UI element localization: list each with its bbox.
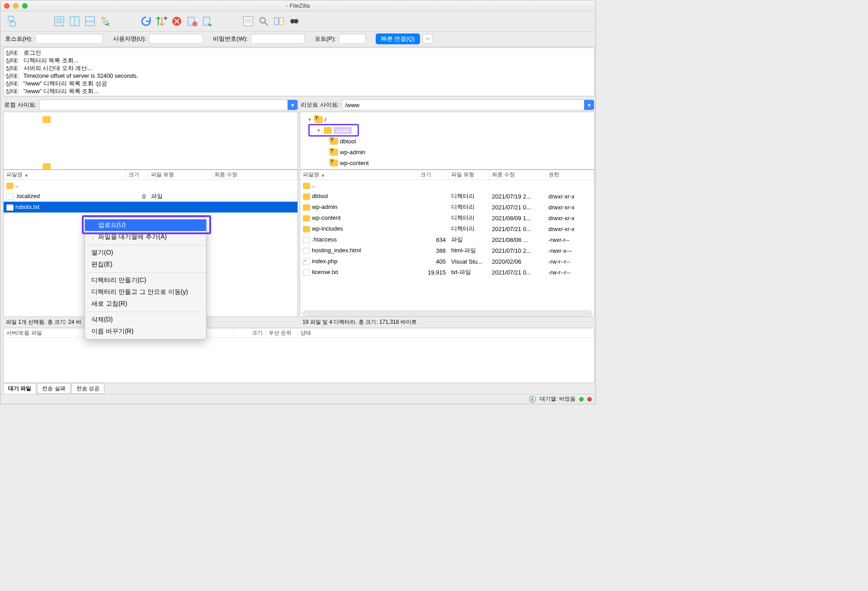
file-row[interactable]: .localized0파일: [4, 191, 297, 202]
quick-connect-button[interactable]: 빠른 연결(Q): [376, 33, 420, 44]
search-files-button[interactable]: [287, 14, 302, 28]
separator: [85, 272, 206, 273]
ctx-mkdir[interactable]: 디렉터리 만들기(C): [85, 274, 206, 286]
svg-rect-28: [279, 18, 283, 25]
close-window-button[interactable]: [4, 3, 9, 9]
tab-success[interactable]: 전송 성공: [71, 383, 104, 394]
toggle-log-button[interactable]: [52, 14, 66, 28]
refresh-button[interactable]: [139, 14, 153, 28]
file-row[interactable]: ..: [300, 180, 594, 191]
file-row[interactable]: license.txt19,915txt-파일2021/07/21 0...-r…: [300, 267, 594, 278]
file-row[interactable]: dbtool디렉터리2021/07/19 2...drwxr-xr-x: [300, 191, 594, 202]
upload-arrow-icon: ↑: [91, 222, 94, 229]
tree-node[interactable]: wp-content: [303, 157, 591, 168]
toggle-queue-button[interactable]: [98, 14, 113, 28]
local-site-combo[interactable]: ▾: [39, 99, 298, 110]
chevron-down-icon[interactable]: ▾: [288, 100, 297, 110]
host-label: 호스트(H):: [5, 35, 33, 43]
remote-site-label: 리모트 사이트:: [300, 101, 340, 109]
filter-button[interactable]: [241, 14, 255, 28]
scrollbar[interactable]: [302, 310, 592, 317]
tree-root[interactable]: /: [325, 116, 326, 123]
tab-queue[interactable]: 대기 파일: [3, 383, 36, 394]
site-manager-button[interactable]: [4, 12, 26, 30]
tree-node[interactable]: wp-admin: [303, 147, 591, 157]
host-input[interactable]: [35, 34, 103, 44]
tree-node[interactable]: dbtool: [303, 136, 591, 147]
reconnect-button[interactable]: [200, 14, 215, 28]
col-perm[interactable]: 권한: [546, 170, 594, 180]
queue-col-prio[interactable]: 우선 순위: [266, 328, 297, 337]
sort-asc-icon: ▲: [24, 173, 28, 177]
search-button[interactable]: [256, 14, 271, 28]
remote-filelist[interactable]: 파일명▲ 크기 파일 유형 최종 수정 권한 ..dbtool디렉터리2021/…: [300, 170, 594, 317]
local-tree[interactable]: [3, 112, 298, 170]
toggle-remote-tree-button[interactable]: [83, 14, 97, 28]
col-size[interactable]: 크기: [126, 170, 148, 180]
log-line: 상태: 디렉터리 목록 조회...: [5, 57, 592, 64]
user-input[interactable]: [149, 34, 203, 44]
svg-rect-27: [274, 18, 278, 25]
remote-site-input[interactable]: [342, 102, 584, 109]
col-mod[interactable]: 최종 수정: [212, 170, 297, 180]
file-row[interactable]: wp-admin디렉터리2021/07/21 0...drwxr-xr-x: [300, 202, 594, 213]
activity-led-2: [587, 397, 592, 402]
minimize-window-button[interactable]: [13, 3, 19, 9]
tab-failed[interactable]: 전송 실패: [37, 383, 70, 394]
cancel-button[interactable]: [170, 14, 184, 28]
svg-rect-2: [55, 17, 64, 26]
pass-input[interactable]: [250, 34, 305, 44]
folder-icon: [42, 163, 51, 170]
remote-site-combo[interactable]: ▾: [342, 99, 594, 110]
queue-col-size[interactable]: 크기: [234, 328, 266, 337]
tree-twisty[interactable]: ▼: [307, 117, 313, 122]
ctx-upload[interactable]: ↑업로드(U): [85, 219, 206, 231]
col-name[interactable]: 파일명▲: [300, 170, 418, 180]
file-row[interactable]: .htaccess834파일2021/08/08 ...-rwxr-r--: [300, 234, 594, 245]
col-size[interactable]: 크기: [418, 170, 448, 180]
col-name[interactable]: 파일명▲: [4, 170, 126, 180]
toggle-local-tree-button[interactable]: [67, 14, 82, 28]
remote-tree[interactable]: ▼/ ▼www dbtoolwp-adminwp-content: [300, 112, 594, 170]
ctx-open[interactable]: 열기(O): [85, 247, 206, 259]
ctx-add-queue[interactable]: ↑파일을 대기열에 추가(A): [85, 231, 206, 243]
compare-button[interactable]: [272, 14, 286, 28]
log-line: 상태: Timezone offset of server is 32400 s…: [5, 72, 592, 80]
maximize-window-button[interactable]: [22, 3, 28, 9]
tree-twisty[interactable]: ▼: [316, 128, 322, 133]
col-type[interactable]: 파일 유형: [148, 170, 212, 180]
ctx-rename[interactable]: 이름 바꾸기(R): [85, 326, 206, 337]
file-icon: [6, 194, 14, 200]
log-panel[interactable]: 상태: 로그인상태: 디렉터리 목록 조회...상태: 서버의 시간대 오차 계…: [3, 47, 594, 96]
file-row[interactable]: ..: [4, 180, 297, 191]
col-type[interactable]: 파일 유형: [448, 170, 489, 180]
ctx-refresh[interactable]: 새로 고침(R): [85, 298, 206, 310]
folder-icon: [303, 215, 310, 222]
tree-www[interactable]: www: [334, 127, 352, 134]
folder-icon: [42, 116, 51, 123]
update-icon[interactable]: A: [529, 396, 536, 403]
queue-col-status[interactable]: 상태: [297, 328, 594, 337]
ctx-edit[interactable]: 편집(E): [85, 259, 206, 270]
transfer-tabs: 대기 파일 전송 실패 전송 성공: [0, 383, 595, 394]
queue-body[interactable]: [3, 338, 594, 383]
file-row[interactable]: hosting_index.html388html-파일2021/07/10 2…: [300, 245, 594, 256]
file-row[interactable]: wp-content디렉터리2021/08/09 1...drwxr-xr-x: [300, 213, 594, 223]
file-row[interactable]: wp-includes디렉터리2021/07/21 0...drwxr-xr-x: [300, 223, 594, 234]
file-row[interactable]: index.php405Visual Stu...2020/02/06-rw-r…: [300, 256, 594, 267]
disconnect-button[interactable]: [185, 14, 199, 28]
folder-icon: [315, 116, 323, 123]
port-input[interactable]: [339, 34, 366, 44]
toolbar: ✱: [0, 11, 595, 31]
status-bar: A 대기열: 비었음: [0, 394, 595, 404]
chevron-down-icon[interactable]: ▾: [584, 100, 594, 110]
quick-connect-dropdown[interactable]: [423, 34, 433, 44]
log-line: 상태: "/www" 디렉터리 목록 조회 성공: [5, 95, 592, 96]
ctx-mkdir-enter[interactable]: 디렉터리 만들고 그 안으로 이동(y): [85, 286, 206, 298]
col-mod[interactable]: 최종 수정: [489, 170, 546, 180]
folder-icon: [330, 149, 338, 156]
local-site-input[interactable]: [40, 102, 288, 109]
process-queue-button[interactable]: ✱: [154, 14, 169, 28]
file-row[interactable]: robots.txt: [4, 202, 297, 213]
ctx-delete[interactable]: 삭제(D): [85, 314, 206, 326]
